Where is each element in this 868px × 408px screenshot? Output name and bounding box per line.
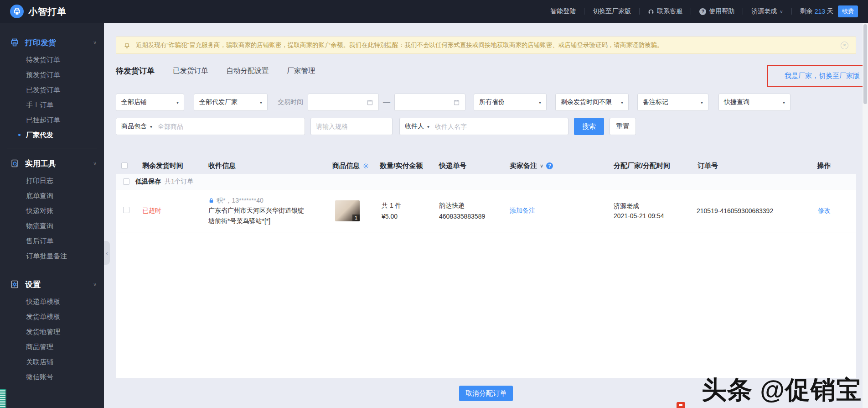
smart-login-link[interactable]: 智能登陆 — [550, 7, 576, 16]
group-checkbox[interactable] — [123, 178, 129, 185]
province-select[interactable]: 所有省份 ▾ — [474, 94, 547, 111]
product-qty-badge: 1 — [352, 214, 360, 221]
remark-tag-select[interactable]: 备注标记 ▾ — [637, 94, 708, 111]
help-link[interactable]: ? 使用帮助 — [699, 7, 734, 16]
divider — [791, 8, 792, 15]
assign-time: 2021-05-21 09:54 — [614, 211, 697, 221]
chevron-down-icon[interactable]: ∨ — [540, 163, 543, 169]
sidebar-item-pending-ship-orders[interactable]: 待发货订单 — [0, 52, 104, 67]
sidebar-item-order-batch-remark[interactable]: 订单批量备注 — [0, 248, 104, 263]
help-icon[interactable]: ? — [546, 162, 553, 169]
floating-red-icon[interactable] — [677, 402, 685, 408]
table-header-row: 剩余发货时间 收件信息 商品信息 数量/实付金额 快递单号 卖家备注 ∨ ? 分… — [116, 157, 856, 174]
sidebar-section-settings[interactable]: 设置 ∨ — [0, 275, 104, 294]
receiver-name-input[interactable] — [435, 123, 563, 130]
tab-pending-orders[interactable]: 待发货订单 — [116, 66, 155, 76]
search-button[interactable]: 搜索 — [574, 118, 604, 135]
cancel-assign-button[interactable]: 取消分配订单 — [459, 386, 513, 401]
tab-factory-mgmt[interactable]: 厂家管理 — [287, 66, 315, 76]
sidebar-collapse-handle[interactable]: ‹ — [104, 241, 110, 265]
caret-down-icon: ▾ — [779, 100, 785, 105]
select-all-checkbox[interactable] — [121, 162, 128, 169]
sidebar-item-print-logs[interactable]: 打印日志 — [0, 173, 104, 188]
sidebar-item-product-mgmt[interactable]: 商品管理 — [0, 339, 104, 354]
address-line-1: 广东省广州市天河区兴华街道银锭 — [208, 205, 327, 215]
chevron-down-icon: ∨ — [93, 161, 97, 167]
doc-search-icon — [10, 159, 19, 168]
sidebar-item-pre-ship-orders[interactable]: 预发货订单 — [0, 67, 104, 82]
sidebar-item-held-orders[interactable]: 已挂起订单 — [0, 112, 104, 127]
caret-down-icon: ▾ — [617, 100, 623, 105]
table-row: 已超时 积*，13*******40 广东省广州市天河区兴华街道银锭 塘前街*号… — [116, 189, 856, 232]
col-recipient-info: 收件信息 — [203, 162, 327, 170]
product-image[interactable]: 1 — [335, 200, 360, 221]
factory-select[interactable]: 全部代发厂家 ▾ — [194, 94, 268, 111]
product-contains-select[interactable]: 商品包含 ▾ — [121, 122, 152, 131]
lock-icon[interactable] — [208, 198, 214, 204]
col-order-no: 订单号 — [697, 162, 811, 170]
reset-button[interactable]: 重置 — [610, 118, 636, 135]
trade-time-end-input[interactable] — [394, 94, 465, 111]
trade-time-start-input[interactable] — [308, 94, 379, 111]
assigned-factory: 济源老成 — [614, 201, 697, 211]
sidebar-item-manual-orders[interactable]: 手工订单 — [0, 97, 104, 112]
sidebar-item-shipped-orders[interactable]: 已发货订单 — [0, 82, 104, 97]
gear-icon — [10, 280, 19, 289]
caret-down-icon: ▾ — [535, 100, 541, 105]
main-content: 近期发现有“诈骗犯”冒充服务商，骗取商家的店铺账密，提取商家的账户余额。我们在此… — [104, 23, 868, 408]
sidebar-item-ship-address-mgmt[interactable]: 发货地管理 — [0, 324, 104, 339]
shop-select[interactable]: 全部店铺 ▾ — [116, 94, 184, 111]
filter-row-2: 商品包含 ▾ 收件人 ▾ 搜索 重置 — [116, 118, 856, 135]
divider — [639, 8, 640, 15]
watermark: 头条 @促销宝 — [702, 373, 862, 407]
divider — [7, 148, 97, 148]
add-remark-link[interactable]: 添加备注 — [510, 207, 535, 214]
caret-down-icon: ▾ — [150, 124, 152, 129]
sidebar-item-aftersale-orders[interactable]: 售后订单 — [0, 233, 104, 248]
sidebar-item-linked-shops[interactable]: 关联店铺 — [0, 354, 104, 369]
remaining-time-select[interactable]: 剩余发货时间不限 ▾ — [555, 94, 629, 111]
tab-shipped-orders[interactable]: 已发货订单 — [173, 66, 208, 76]
brand-name: 小智打单 — [28, 5, 67, 18]
user-menu[interactable]: 济源老成 ∨ — [751, 7, 783, 16]
bell-icon — [124, 42, 130, 49]
page-tabs: 待发货订单 已发货订单 自动分配设置 厂家管理 — [116, 64, 856, 78]
factory-assign-cell: 济源老成 2021-05-21 09:54 — [613, 201, 697, 221]
switch-factory-link[interactable]: 切换至厂家版 — [593, 7, 631, 16]
sidebar-item-wechat-account[interactable]: 微信账号 — [0, 369, 104, 384]
brand[interactable]: 小智打单 — [10, 5, 67, 18]
scrollbar-thumb[interactable] — [863, 24, 867, 104]
sidebar-item-shiplist-template[interactable]: 发货单模板 — [0, 309, 104, 324]
remaining-days: 剩余 213 天 — [800, 7, 833, 16]
scrollbar[interactable] — [863, 23, 868, 408]
address-line-2: 塘前街*号菜鸟驿站*[*] — [208, 216, 327, 226]
orders-table: 剩余发货时间 收件信息 商品信息 数量/实付金额 快递单号 卖家备注 ∨ ? 分… — [116, 157, 856, 378]
renew-button[interactable]: 续费 — [838, 5, 858, 17]
row-checkbox[interactable] — [123, 207, 129, 213]
sidebar-item-factory-dropship[interactable]: 厂家代发 — [0, 127, 104, 142]
sidebar-item-receipt-query[interactable]: 底单查询 — [0, 188, 104, 203]
sidebar-section-print-ship[interactable]: 打印发货 ∨ — [0, 33, 104, 52]
tracking-number: 4608335883589 — [439, 211, 509, 222]
spec-input-wrap — [310, 118, 393, 135]
receiver-combo: 收件人 ▾ — [399, 118, 568, 135]
printer-icon — [10, 38, 19, 47]
sidebar-item-logistics-query[interactable]: 物流查询 — [0, 218, 104, 233]
sidebar-item-courier-reconcile[interactable]: 快递对账 — [0, 203, 104, 218]
sidebar-section-tools[interactable]: 实用工具 ∨ — [0, 154, 104, 173]
close-icon[interactable]: ✕ — [841, 42, 848, 49]
switch-to-factory-link[interactable]: 我是厂家，切换至厂家版 — [785, 72, 860, 80]
caret-down-icon: ▾ — [697, 100, 703, 105]
warning-banner: 近期发现有“诈骗犯”冒充服务商，骗取商家的店铺账密，提取商家的账户余额。我们在此… — [116, 37, 856, 54]
receiver-select[interactable]: 收件人 ▾ — [405, 122, 429, 131]
printer-logo-icon — [10, 5, 24, 18]
sidebar-item-waybill-template[interactable]: 快递单模板 — [0, 294, 104, 309]
tab-auto-assign-settings[interactable]: 自动分配设置 — [227, 66, 269, 76]
gear-icon[interactable] — [362, 162, 369, 169]
spec-input[interactable] — [316, 123, 387, 130]
modify-link[interactable]: 修改 — [818, 207, 831, 214]
contact-service-link[interactable]: 联系客服 — [648, 7, 682, 16]
trade-time-label: 交易时间 — [278, 98, 303, 106]
product-input[interactable] — [158, 123, 300, 130]
quick-query-select[interactable]: 快捷查询 ▾ — [718, 94, 790, 111]
